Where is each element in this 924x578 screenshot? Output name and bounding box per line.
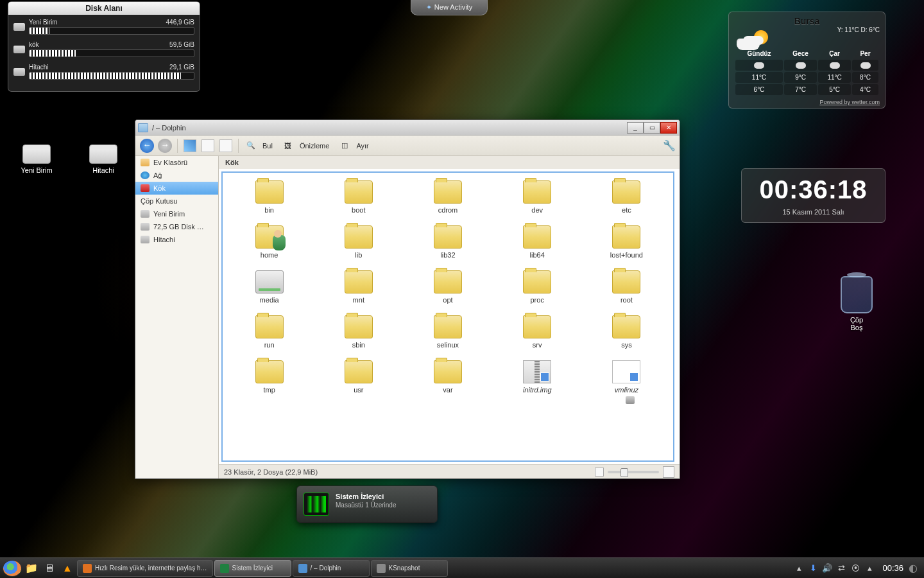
taskbar: 📁 🖥 ▲ Hızlı Resim yükle, internette payl…	[0, 557, 924, 578]
file-item[interactable]: proc	[495, 270, 580, 304]
trash-icon[interactable]: Çöp Boş	[834, 276, 879, 331]
file-icon-view[interactable]: bin boot cdrom dev etc home lib lib32	[221, 171, 674, 462]
file-name: selinux	[405, 341, 490, 349]
file-name: lib32	[405, 251, 490, 259]
file-name: etc	[584, 206, 669, 214]
file-item[interactable]: root	[584, 270, 669, 304]
file-item[interactable]: selinux	[405, 315, 490, 349]
icon-view-button[interactable]	[182, 138, 198, 153]
disk-row[interactable]: Yeni Birim446,9 GiB	[13, 19, 194, 35]
titlebar[interactable]: / – Dolphin _ ▭ ✕	[135, 120, 680, 136]
file-item[interactable]: etc	[584, 180, 669, 214]
column-view-button[interactable]	[218, 138, 234, 153]
desktop-drive-icon[interactable]: Hitachi	[81, 144, 126, 174]
minimize-button[interactable]: _	[627, 122, 644, 134]
start-button[interactable]	[3, 560, 22, 577]
file-name: lib	[316, 251, 401, 259]
file-item[interactable]: sbin	[316, 315, 401, 349]
weather-icon	[735, 29, 771, 51]
taskbar-task[interactable]: Hızlı Resim yükle, internette paylaş h…	[77, 560, 213, 577]
maximize-button[interactable]: ▭	[644, 122, 660, 134]
weather-powered-by[interactable]: Powered by wetter.com	[734, 99, 880, 105]
file-item[interactable]: cdrom	[405, 180, 490, 214]
taskbar-task[interactable]: KSnapshot	[371, 560, 448, 577]
launcher-desktop[interactable]: 🖥	[41, 560, 58, 577]
weather-lo: 5°C	[818, 84, 851, 95]
tray-network-icon[interactable]: ⇄	[836, 563, 846, 574]
weather-hi: 11°C	[735, 72, 783, 83]
disk-row[interactable]: Hitachi29,1 GiB	[13, 64, 194, 80]
preview-icon[interactable]: 🖼	[280, 138, 296, 153]
file-name: opt	[405, 296, 490, 304]
tray-moon-icon[interactable]: ◐	[909, 562, 921, 574]
file-item[interactable]: tmp	[227, 360, 312, 394]
breadcrumb[interactable]: Kök	[219, 156, 680, 169]
file-name: tmp	[227, 386, 312, 394]
zoom-slider[interactable]	[608, 471, 659, 473]
file-item[interactable]: boot	[316, 180, 401, 214]
window-title: / – Dolphin	[152, 124, 627, 132]
drive-icon	[89, 144, 117, 164]
split-label[interactable]: Ayır	[356, 142, 368, 150]
detail-view-button[interactable]	[200, 138, 216, 153]
back-button[interactable]: ←	[139, 138, 155, 153]
sidebar-item[interactable]: Kök	[135, 182, 218, 195]
taskbar-task[interactable]: / – Dolphin	[293, 560, 370, 577]
forward-button[interactable]: →	[157, 138, 173, 153]
file-item[interactable]: lib64	[495, 225, 580, 259]
tray-wifi-icon[interactable]: ⦿	[850, 563, 860, 574]
folder-icon	[612, 180, 640, 204]
sidebar-item[interactable]: Yeni Birim	[135, 207, 218, 220]
preview-label[interactable]: Önizleme	[300, 142, 329, 150]
tray-download-icon[interactable]: ⬇	[808, 563, 818, 574]
zoom-large-icon[interactable]	[663, 466, 674, 478]
file-name: vmlinuz	[584, 386, 669, 394]
sidebar-item[interactable]: Çöp Kutusu	[135, 195, 218, 207]
file-item[interactable]: var	[405, 360, 490, 394]
sidebar-item[interactable]: Hitachi	[135, 233, 218, 246]
settings-icon[interactable]: 🔧	[663, 139, 676, 152]
desktop-drive-icon[interactable]: Yeni Birim	[14, 144, 59, 174]
launcher-vlc[interactable]: ▲	[59, 560, 76, 577]
launcher-files[interactable]: 📁	[23, 560, 40, 577]
find-icon[interactable]: 🔍	[243, 138, 259, 153]
new-activity-button[interactable]: New Activity	[411, 0, 488, 15]
split-icon[interactable]: ◫	[337, 138, 352, 153]
file-item[interactable]: usr	[316, 360, 401, 394]
tray-expand-icon[interactable]: ▴	[794, 563, 804, 574]
file-item[interactable]: initrd.img	[495, 360, 580, 394]
find-label[interactable]: Bul	[262, 142, 273, 150]
taskbar-task[interactable]: Sistem İzleyici	[214, 560, 291, 577]
file-item[interactable]: bin	[227, 180, 312, 214]
zoom-control[interactable]	[595, 466, 674, 478]
sidebar-item[interactable]: Ağ	[135, 169, 218, 182]
sidebar-item-icon	[626, 396, 635, 404]
sidebar-item-icon	[141, 184, 150, 192]
taskbar-clock[interactable]: 00:36	[878, 563, 907, 573]
file-item[interactable]: lib32	[405, 225, 490, 259]
file-name: bin	[227, 206, 312, 214]
disk-row[interactable]: kök59,5 GiB	[13, 41, 194, 57]
tray-more-icon[interactable]: ▴	[864, 563, 875, 574]
file-name: cdrom	[405, 206, 490, 214]
file-item[interactable]: lost+found	[584, 225, 669, 259]
close-button[interactable]: ✕	[660, 122, 677, 134]
file-item[interactable]: media	[227, 270, 312, 304]
file-item[interactable]: srv	[495, 315, 580, 349]
sidebar-item[interactable]: Ev Klasörü	[135, 156, 218, 169]
zoom-small-icon[interactable]	[595, 468, 604, 477]
file-item[interactable]: vmlinuz	[584, 360, 669, 394]
file-item[interactable]: dev	[495, 180, 580, 214]
drive-icon	[13, 23, 25, 31]
folder-icon	[345, 270, 373, 293]
weather-lo: 6°C	[735, 84, 783, 95]
file-item[interactable]: lib	[316, 225, 401, 259]
file-item[interactable]: sys	[584, 315, 669, 349]
task-icon	[220, 564, 229, 573]
file-item[interactable]: run	[227, 315, 312, 349]
file-item[interactable]: home	[227, 225, 312, 259]
file-item[interactable]: opt	[405, 270, 490, 304]
file-item[interactable]: mnt	[316, 270, 401, 304]
sidebar-item[interactable]: 72,5 GB Disk …	[135, 220, 218, 233]
tray-volume-icon[interactable]: 🔊	[822, 563, 832, 574]
